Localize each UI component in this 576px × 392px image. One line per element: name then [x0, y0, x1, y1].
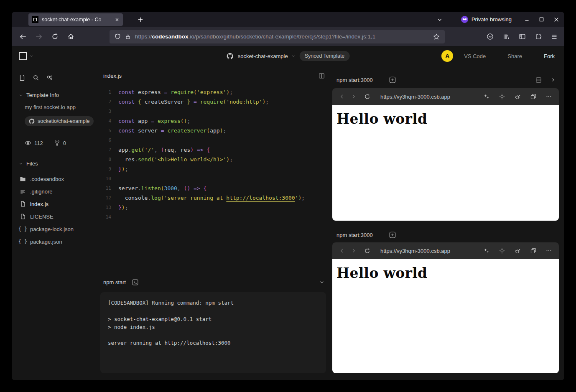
- code-line[interactable]: 14: [100, 212, 331, 222]
- preview-url[interactable]: https://vy3hqm-3000.csb.app: [380, 248, 450, 254]
- preview-reload-icon[interactable]: [364, 94, 370, 100]
- new-tab-button[interactable]: [135, 15, 145, 24]
- editor-tab-indexjs[interactable]: index.js: [103, 73, 122, 79]
- line-number: 4: [100, 116, 111, 126]
- more-options-icon[interactable]: [545, 93, 552, 100]
- preview-toolbar: https://vy3hqm-3000.csb.app: [332, 88, 559, 105]
- code-line[interactable]: 2const { createServer } = require('node:…: [100, 97, 331, 107]
- file-item[interactable]: LICENSE: [19, 210, 100, 223]
- split-editor-icon[interactable]: [318, 72, 325, 79]
- lock-icon[interactable]: [125, 34, 131, 40]
- preview-content[interactable]: Hello world: [332, 259, 559, 373]
- file-item[interactable]: { }package.json: [19, 235, 100, 248]
- more-options-icon[interactable]: [545, 247, 552, 254]
- add-devtool-icon[interactable]: [389, 231, 396, 239]
- extensions-icon[interactable]: [535, 33, 542, 40]
- open-in-new-window-icon[interactable]: [530, 93, 537, 100]
- window-minimize-button[interactable]: [524, 17, 530, 22]
- preview-reload-icon[interactable]: [364, 248, 370, 254]
- preview-column: npm start:3000: [332, 66, 559, 373]
- home-button[interactable]: [64, 31, 77, 43]
- template-info-section[interactable]: Template Info: [19, 92, 100, 98]
- file-item[interactable]: .codesandbox: [19, 173, 100, 185]
- code-line[interactable]: 11server.listen(3000, () => {: [100, 183, 331, 193]
- preview-tab-bottom[interactable]: npm start:3000: [336, 232, 373, 238]
- code-line[interactable]: 7app.get('/', (req, res) => {: [100, 145, 331, 155]
- code-line[interactable]: 13});: [100, 203, 331, 212]
- user-avatar[interactable]: A: [441, 50, 453, 62]
- window-close-button[interactable]: [553, 17, 559, 23]
- sparkles-icon[interactable]: [483, 93, 490, 100]
- sidebar-toggle-icon[interactable]: [519, 33, 526, 40]
- csb-header: socket-chat-example Synced Template A VS…: [12, 46, 564, 66]
- code-line[interactable]: 6: [100, 135, 331, 145]
- url-text[interactable]: https://codesandbox.io/p/sandbox/github/…: [135, 33, 429, 40]
- csb-logo-menu[interactable]: [19, 52, 33, 60]
- code-line[interactable]: 5const server = createServer(app);: [100, 126, 331, 135]
- collapse-panel-icon[interactable]: [551, 77, 556, 82]
- line-number: 7: [100, 145, 111, 155]
- preview-toolbar: https://vy3hqm-3000.csb.app: [332, 242, 559, 259]
- browser-tab[interactable]: socket-chat-example - Co: [28, 13, 123, 26]
- preview-content[interactable]: Hello world: [332, 105, 559, 221]
- preview-forward-icon[interactable]: [351, 94, 357, 99]
- code-line[interactable]: 12 console.log('server running at http:/…: [100, 193, 331, 203]
- preview-back-icon[interactable]: [339, 248, 345, 254]
- pocket-icon[interactable]: [487, 33, 494, 40]
- vscode-button[interactable]: VS Code: [453, 53, 497, 59]
- file-item[interactable]: .gitignore: [19, 185, 100, 198]
- preview-forward-icon[interactable]: [351, 248, 357, 254]
- sparkles-icon[interactable]: [483, 247, 490, 254]
- file-name: package-lock.json: [30, 226, 74, 232]
- tab-close-icon[interactable]: [115, 17, 120, 22]
- menu-icon[interactable]: [551, 33, 558, 40]
- forward-button[interactable]: [33, 31, 45, 43]
- terminal-collapse-icon[interactable]: [319, 280, 324, 285]
- share-button[interactable]: Share: [497, 53, 533, 59]
- codesandbox-logo-icon: [19, 52, 27, 60]
- preview-url[interactable]: https://vy3hqm-3000.csb.app: [380, 94, 450, 100]
- codesandbox-app: socket-chat-example Synced Template A VS…: [12, 46, 564, 380]
- library-icon[interactable]: [503, 33, 510, 40]
- split-horizontal-icon[interactable]: [535, 76, 542, 84]
- terminal-line: server running at http://localhost:3000: [108, 339, 322, 347]
- line-number: 11: [100, 183, 111, 193]
- preview-pane: https://vy3hqm-3000.csb.app: [332, 88, 559, 221]
- url-bar[interactable]: https://codesandbox.io/p/sandbox/github/…: [110, 30, 445, 43]
- reload-button[interactable]: [48, 31, 61, 43]
- project-name-dropdown[interactable]: socket-chat-example: [238, 53, 296, 59]
- code-line[interactable]: 9});: [100, 164, 331, 174]
- preview-back-icon[interactable]: [339, 94, 345, 99]
- code-editor[interactable]: 1const express = require('express');2con…: [100, 86, 331, 275]
- tracking-protection-shield-icon[interactable]: [115, 33, 121, 40]
- open-in-new-window-icon[interactable]: [530, 247, 537, 254]
- braces-icon: { }: [20, 226, 26, 232]
- window-maximize-button[interactable]: [539, 17, 544, 22]
- target-icon[interactable]: [499, 247, 505, 254]
- terminal-tab[interactable]: npm start: [103, 279, 126, 285]
- back-button[interactable]: [17, 31, 29, 43]
- debug-icon[interactable]: [514, 93, 521, 100]
- devtools-icon[interactable]: [46, 74, 53, 81]
- code-line[interactable]: 8 res.send('<h1>Hello world</h1>');: [100, 155, 331, 164]
- code-line[interactable]: 1const express = require('express');: [100, 87, 331, 97]
- search-icon[interactable]: [33, 74, 39, 81]
- list-all-tabs-icon[interactable]: [437, 17, 443, 23]
- terminal-output[interactable]: [CODESANDBOX] Running command: npm start…: [100, 292, 326, 373]
- bookmark-star-icon[interactable]: [433, 33, 440, 40]
- fork-button[interactable]: Fork: [533, 53, 557, 59]
- debug-icon[interactable]: [514, 247, 521, 255]
- code-line[interactable]: 4const app = express();: [100, 116, 331, 126]
- code-line[interactable]: 3: [100, 107, 331, 116]
- file-item[interactable]: index.js: [19, 198, 100, 210]
- file-explorer-icon[interactable]: [19, 74, 25, 81]
- terminal-line: [108, 331, 322, 339]
- add-devtool-icon[interactable]: [389, 76, 396, 84]
- repo-link[interactable]: socketio/chat-example: [25, 116, 94, 126]
- code-line[interactable]: 10: [100, 174, 331, 183]
- file-item[interactable]: { }package-lock.json: [19, 223, 100, 235]
- line-number: 13: [100, 203, 111, 212]
- files-section[interactable]: Files: [19, 160, 100, 167]
- target-icon[interactable]: [499, 93, 505, 100]
- preview-tab-top[interactable]: npm start:3000: [336, 77, 373, 83]
